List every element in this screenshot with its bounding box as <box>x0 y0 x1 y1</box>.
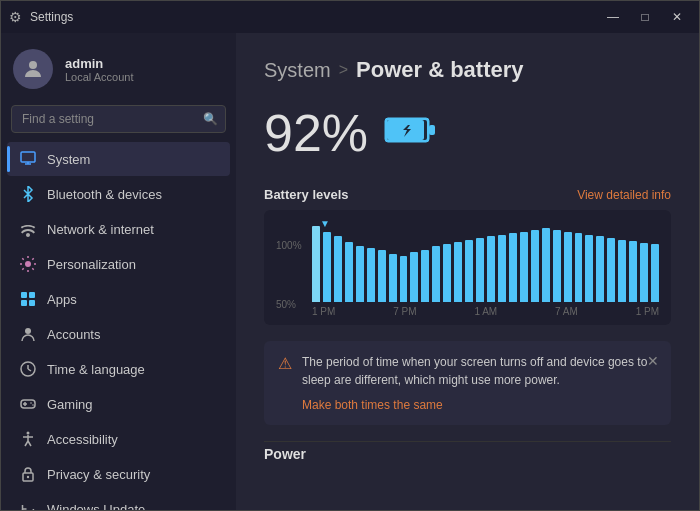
svg-point-18 <box>27 432 30 435</box>
svg-line-12 <box>28 369 31 371</box>
chart-bar <box>531 230 539 302</box>
title-bar: ⚙ Settings — □ ✕ <box>1 1 699 33</box>
search-input[interactable] <box>11 105 226 133</box>
svg-rect-28 <box>429 125 435 135</box>
sidebar-item-network-label: Network & internet <box>47 222 154 237</box>
settings-app-icon: ⚙ <box>9 9 22 25</box>
sidebar-item-bluetooth-label: Bluetooth & devices <box>47 187 162 202</box>
chart-y-labels: 100% 50% <box>276 240 302 310</box>
chart-bar <box>575 233 583 302</box>
breadcrumb: System > Power & battery <box>264 57 671 83</box>
sidebar: admin Local Account 🔍 <box>1 33 236 510</box>
chart-bar <box>356 246 364 302</box>
breadcrumb-current: Power & battery <box>356 57 524 83</box>
chart-x-1pm-last: 1 PM <box>636 306 659 317</box>
alert-content: The period of time when your screen turn… <box>302 353 657 413</box>
chart-bars-area: ▼ <box>312 222 659 302</box>
sidebar-item-personalization[interactable]: Personalization <box>7 247 230 281</box>
svg-point-4 <box>25 261 31 267</box>
sidebar-item-privacy[interactable]: Privacy & security <box>7 457 230 491</box>
search-box: 🔍 <box>11 105 226 133</box>
svg-rect-5 <box>21 292 27 298</box>
accounts-icon <box>19 325 37 343</box>
time-icon <box>19 360 37 378</box>
sidebar-item-time[interactable]: Time & language <box>7 352 230 386</box>
chart-bar <box>465 240 473 302</box>
close-button[interactable]: ✕ <box>663 7 691 27</box>
sidebar-item-privacy-label: Privacy & security <box>47 467 150 482</box>
sidebar-item-accounts[interactable]: Accounts <box>7 317 230 351</box>
bluetooth-icon <box>19 185 37 203</box>
sidebar-item-accessibility-label: Accessibility <box>47 432 118 447</box>
chart-bar <box>640 243 648 302</box>
sidebar-item-gaming-label: Gaming <box>47 397 93 412</box>
network-icon <box>19 220 37 238</box>
sidebar-item-update[interactable]: Windows Update <box>7 492 230 510</box>
chart-header: Battery levels View detailed info <box>264 187 671 202</box>
user-section[interactable]: admin Local Account <box>1 33 236 101</box>
svg-rect-7 <box>21 300 27 306</box>
title-bar-left: ⚙ Settings <box>9 9 73 25</box>
personalization-icon <box>19 255 37 273</box>
chart-bar <box>432 246 440 302</box>
sidebar-item-system[interactable]: System <box>7 142 230 176</box>
chart-x-labels: 1 PM 7 PM 1 AM 7 AM 1 PM <box>312 306 659 317</box>
sidebar-item-system-label: System <box>47 152 90 167</box>
chart-bar <box>443 244 451 302</box>
svg-point-17 <box>32 404 34 406</box>
chart-y-50: 50% <box>276 299 302 310</box>
sidebar-item-accessibility[interactable]: Accessibility <box>7 422 230 456</box>
window-title: Settings <box>30 10 73 24</box>
chart-bars <box>312 222 659 302</box>
main-panel: System > Power & battery 92% <box>236 33 699 510</box>
chart-bar <box>509 233 517 302</box>
battery-icon <box>384 112 436 154</box>
alert-box: ⚠ The period of time when your screen tu… <box>264 341 671 425</box>
chart-bar <box>618 240 626 302</box>
svg-point-24 <box>27 476 29 478</box>
chart-x-1pm-first: 1 PM <box>312 306 335 317</box>
chart-bar <box>454 242 462 302</box>
chart-bar <box>334 236 342 302</box>
chart-bar <box>410 252 418 302</box>
alert-icon: ⚠ <box>278 354 292 373</box>
sidebar-item-bluetooth[interactable]: Bluetooth & devices <box>7 177 230 211</box>
apps-icon <box>19 290 37 308</box>
chart-bar <box>421 250 429 302</box>
chart-bar <box>651 244 659 302</box>
sidebar-nav: System Bluetooth & devices <box>1 141 236 510</box>
minimize-button[interactable]: — <box>599 7 627 27</box>
chart-container: 100% 50% ▼ 1 PM 7 PM 1 AM 7 AM 1 PM <box>264 210 671 325</box>
chart-bar <box>553 230 561 302</box>
chart-bar <box>585 235 593 302</box>
window-controls: — □ ✕ <box>599 7 691 27</box>
alert-close-button[interactable]: ✕ <box>647 353 659 369</box>
sidebar-item-network[interactable]: Network & internet <box>7 212 230 246</box>
svg-rect-6 <box>29 292 35 298</box>
chart-bar <box>498 235 506 302</box>
accessibility-icon <box>19 430 37 448</box>
chart-bar <box>542 228 550 302</box>
chart-title: Battery levels <box>264 187 349 202</box>
sidebar-item-gaming[interactable]: Gaming <box>7 387 230 421</box>
chart-bar <box>367 248 375 302</box>
chart-y-100: 100% <box>276 240 302 251</box>
alert-text: The period of time when your screen turn… <box>302 353 657 389</box>
maximize-button[interactable]: □ <box>631 7 659 27</box>
chart-pin-icon: ▼ <box>320 218 330 229</box>
svg-point-0 <box>29 61 37 69</box>
view-detailed-link[interactable]: View detailed info <box>577 188 671 202</box>
alert-action-link[interactable]: Make both times the same <box>302 398 443 412</box>
update-icon <box>19 500 37 510</box>
battery-chart-section: Battery levels View detailed info 100% 5… <box>264 187 671 325</box>
chart-bar <box>476 238 484 302</box>
svg-point-9 <box>25 328 31 334</box>
sidebar-item-accounts-label: Accounts <box>47 327 100 342</box>
sidebar-item-apps[interactable]: Apps <box>7 282 230 316</box>
breadcrumb-separator: > <box>339 61 348 79</box>
chart-bar <box>596 236 604 302</box>
user-type: Local Account <box>65 71 134 83</box>
chart-bar <box>487 236 495 302</box>
chart-bar <box>607 238 615 302</box>
chart-x-7pm: 7 PM <box>393 306 416 317</box>
